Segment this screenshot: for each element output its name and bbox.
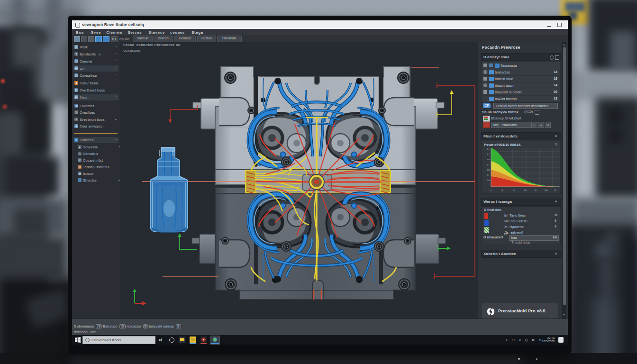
svg-text:ва: ва — [487, 158, 490, 161]
svg-text:в: в — [487, 173, 489, 176]
svg-text:в: в — [487, 147, 489, 150]
svg-text:ва: ва — [487, 168, 490, 171]
svg-text:ъ: ъ — [490, 189, 491, 191]
svg-text:ф: ф — [535, 189, 537, 191]
svg-text:в: в — [487, 163, 489, 166]
svg-text:фа: фа — [524, 189, 527, 191]
svg-text:ф: ф — [513, 189, 515, 191]
svg-text:ocxacuas: ocxacuas — [123, 48, 141, 53]
svg-text:в: в — [487, 153, 489, 155]
svg-text:ва: ва — [487, 179, 490, 182]
svg-text:фа: фа — [545, 189, 548, 191]
svg-text:ф: ф — [501, 189, 503, 191]
svg-text:hekao ocmurtze r/tomoneae oo: hekao ocmurtze r/tomoneae oo — [123, 43, 181, 47]
svg-text:ф: ф — [554, 189, 556, 191]
